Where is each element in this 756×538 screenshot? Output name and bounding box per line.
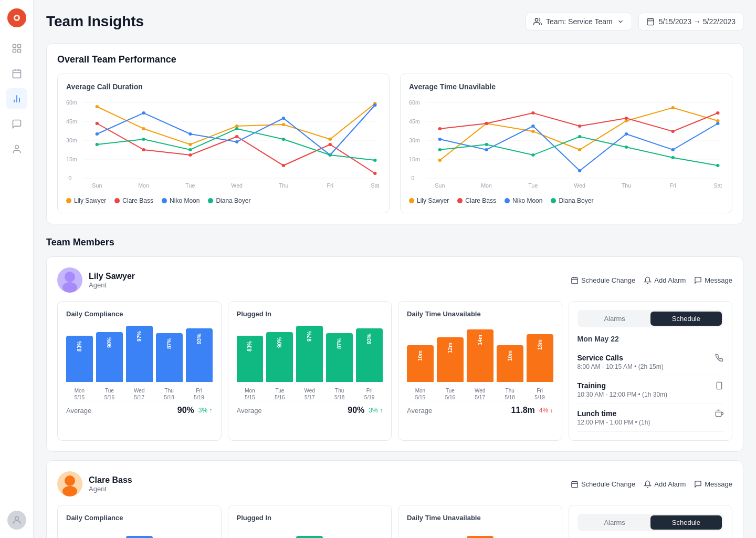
- bar-mon-unavail: 10m: [407, 345, 434, 382]
- avg-time-unavailable-chart: Average Time Unavilable 60m 45m 30m 15m …: [400, 74, 732, 213]
- legend-dot-niko: [162, 198, 167, 203]
- sidebar: [0, 0, 34, 538]
- svg-point-60: [188, 148, 192, 151]
- bar-thu-plugged: 87%: [326, 333, 353, 382]
- legend2-clare: Clare Bass: [457, 197, 496, 204]
- member-text-lily: Lily Sawyer Agent: [89, 272, 135, 289]
- sidebar-item-person[interactable]: [6, 139, 27, 160]
- add-alarm-label-clare: Add Alarm: [654, 480, 686, 488]
- overall-performance-panel: Overall Team Performance Average Call Du…: [46, 43, 743, 224]
- bar-wed-compliance: 97%: [126, 326, 153, 382]
- sidebar-item-message[interactable]: [6, 113, 27, 134]
- app-logo: [7, 8, 26, 27]
- daily-compliance-title-clare: Daily Compliance: [66, 514, 213, 522]
- team-selector[interactable]: Team: Service Team: [526, 13, 632, 30]
- sidebar-item-calendar[interactable]: [6, 63, 27, 84]
- legend-clare-bass: Clare Bass: [114, 197, 153, 204]
- avatar-clare: [57, 471, 82, 496]
- svg-text:Tue: Tue: [528, 183, 538, 189]
- legend-dot-clare: [114, 198, 120, 203]
- schedule-change-btn-lily[interactable]: Schedule Change: [571, 276, 635, 284]
- schedule-change-btn-clare[interactable]: Schedule Change: [571, 480, 635, 488]
- sidebar-item-chart[interactable]: [6, 88, 27, 109]
- member-card-clare-bass: Clare Bass Agent Schedule Change: [46, 460, 743, 538]
- svg-point-93: [625, 117, 628, 120]
- member-text-clare: Clare Bass Agent: [89, 475, 132, 493]
- tab-alarms-clare[interactable]: Alarms: [579, 515, 650, 530]
- date-wed-compliance: Wed5/17: [126, 387, 153, 401]
- tab-schedule-clare[interactable]: Schedule: [650, 515, 722, 530]
- tab-alarms-lily[interactable]: Alarms: [579, 312, 650, 326]
- avg-call-duration-title: Average Call Duration: [66, 82, 381, 91]
- bar-val-wed-plugged: 97%: [296, 326, 323, 382]
- member-header-clare: Clare Bass Agent Schedule Change: [57, 471, 732, 496]
- svg-point-45: [142, 148, 145, 151]
- date-range-selector[interactable]: 5/15/2023 → 5/22/2023: [638, 13, 743, 30]
- compliance-avg-label: Average: [66, 407, 91, 415]
- time-unavailable-bar-chart: 10m 12m 14m 10: [407, 324, 553, 382]
- svg-text:30m: 30m: [409, 138, 420, 143]
- tab-schedule-lily[interactable]: Schedule: [650, 312, 722, 326]
- unavail-avg-value: 11.8m: [511, 406, 534, 415]
- logo-icon: [12, 13, 22, 23]
- daily-time-unavailable-title-clare: Daily Time Unavailable: [407, 514, 553, 522]
- avg-call-duration-chart: Average Call Duration 60m 45m 30m 15m 0: [57, 74, 390, 213]
- member-info-clare: Clare Bass Agent: [57, 471, 132, 496]
- add-alarm-btn-clare[interactable]: Add Alarm: [644, 480, 686, 488]
- schedule-change-label-clare: Schedule Change: [581, 480, 635, 488]
- svg-text:45m: 45m: [66, 119, 77, 125]
- unavail-date-labels: Mon5/15 Tue5/16 Wed5/17 Thu5/18 Fri5/19: [407, 387, 553, 401]
- bar-tue-compliance: 90%: [96, 332, 123, 382]
- avatar-img-lily: [57, 267, 82, 293]
- svg-text:30m: 30m: [66, 138, 77, 143]
- svg-point-38: [142, 127, 145, 130]
- svg-rect-5: [17, 49, 20, 53]
- plugged-avg-label: Average: [237, 407, 262, 415]
- svg-point-50: [373, 172, 376, 175]
- message-btn-clare[interactable]: Message: [694, 480, 732, 488]
- svg-point-107: [625, 146, 628, 149]
- svg-rect-116: [717, 382, 721, 389]
- svg-point-53: [188, 132, 192, 136]
- bar-thu-unavail: 10m: [497, 345, 523, 382]
- sidebar-user-avatar[interactable]: [7, 511, 26, 530]
- sidebar-item-grid[interactable]: [6, 38, 27, 59]
- svg-text:45m: 45m: [409, 119, 420, 125]
- daily-time-unavailable-title-lily: Daily Time Unavailable: [407, 310, 553, 318]
- bar-val-tue-plugged: 90%: [266, 332, 293, 382]
- svg-point-102: [716, 122, 719, 125]
- avg-call-duration-area: 60m 45m 30m 15m 0 Sun Mon: [66, 97, 381, 192]
- svg-text:60m: 60m: [409, 100, 420, 106]
- svg-point-104: [485, 143, 488, 146]
- main-content: Team Insights Team: Service Team 5/15/: [34, 0, 756, 538]
- date-thu-compliance: Thu5/18: [156, 387, 183, 401]
- bar-lbl-tue-plugged: 90%: [277, 335, 282, 348]
- bar-mon-compliance: 83%: [66, 336, 93, 382]
- schedule-tabs-clare: Alarms Schedule: [578, 514, 724, 531]
- svg-point-64: [373, 159, 376, 162]
- bar-lbl-mon-unavail: 10m: [417, 348, 423, 361]
- avg-time-unavailable-title: Average Time Unavilable: [409, 82, 723, 91]
- legend-label-lily: Lily Sawyer: [74, 197, 106, 204]
- add-alarm-btn-lily[interactable]: Add Alarm: [644, 276, 686, 284]
- bar-fri-unavail: 13m: [527, 334, 553, 382]
- unavail-footer-lily: Average 11.8m 4% ↓: [407, 401, 553, 415]
- phone-icon: [715, 354, 723, 364]
- svg-point-58: [96, 143, 99, 146]
- svg-point-89: [438, 127, 442, 130]
- unavail-avg-label: Average: [407, 407, 432, 415]
- svg-point-48: [282, 164, 285, 167]
- svg-point-92: [578, 125, 581, 128]
- svg-point-96: [438, 138, 442, 141]
- bar-value-tue-compliance: 90%: [96, 332, 123, 382]
- calendar-icon-clare: [571, 480, 579, 488]
- svg-point-105: [531, 153, 534, 157]
- training-time: 10:30 AM - 12:00 PM • (1h 30m): [578, 391, 716, 398]
- message-btn-lily[interactable]: Message: [694, 276, 732, 284]
- plugged-date-labels: Mon5/15 Tue5/16 Wed5/17 Thu5/18 Fri5/19: [237, 387, 383, 401]
- svg-text:0: 0: [68, 175, 71, 181]
- stats-row-lily: Daily Compliance 83% 90% 97%: [57, 301, 732, 441]
- team-members-title: Team Members: [46, 237, 743, 248]
- svg-point-97: [485, 148, 488, 151]
- svg-point-82: [438, 159, 442, 162]
